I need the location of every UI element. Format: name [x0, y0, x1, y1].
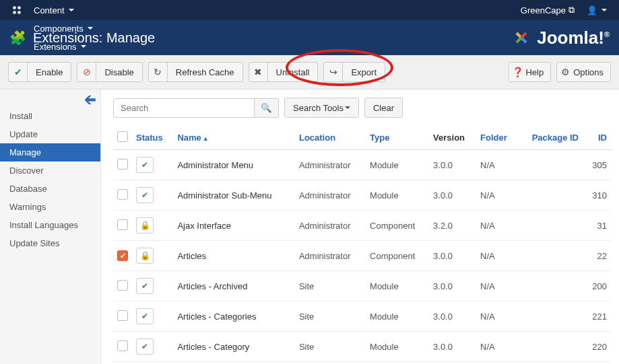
- table-row: ✔Administrator MenuAdministratorModule3.…: [113, 150, 611, 180]
- filter-bar: 🔍 Search Tools Clear: [113, 98, 611, 118]
- col-name[interactable]: Name▲: [173, 126, 295, 150]
- sidebar-item-update-sites[interactable]: Update Sites: [0, 234, 100, 252]
- cell-folder: N/A: [476, 362, 517, 365]
- search-input[interactable]: [113, 98, 255, 118]
- cell-version: 3.0.0: [429, 301, 476, 332]
- cell-id: 221: [583, 301, 611, 332]
- extensions-table: Status Name▲ Location Type Version Folde…: [113, 126, 611, 364]
- toolbar: ✔Enable ⊘Disable ↻Refresh Cache ✖Uninsta…: [0, 55, 619, 89]
- cell-name: Articles - Categories: [173, 301, 295, 332]
- share-icon: ↪: [324, 63, 343, 81]
- search-tools-button[interactable]: Search Tools: [284, 98, 359, 118]
- joomla-icon[interactable]: [7, 1, 27, 19]
- export-button[interactable]: ↪Export: [323, 62, 385, 82]
- cell-version: 3.0.0: [429, 241, 476, 271]
- col-id[interactable]: ID: [583, 126, 611, 150]
- cell-version: 3.0.0: [429, 150, 476, 180]
- col-location[interactable]: Location: [295, 126, 366, 150]
- enable-button[interactable]: ✔Enable: [8, 62, 71, 82]
- svg-point-3: [18, 11, 21, 14]
- cell-pkgid: [517, 301, 583, 332]
- status-toggle[interactable]: ✔: [136, 308, 154, 324]
- clear-button[interactable]: Clear: [364, 98, 403, 118]
- sidebar-item-database[interactable]: Database: [0, 180, 100, 198]
- sidebar-item-discover[interactable]: Discover: [0, 161, 100, 180]
- cancel-icon: ⊘: [77, 63, 96, 81]
- status-toggle[interactable]: ✔: [136, 187, 154, 203]
- col-type[interactable]: Type: [366, 126, 429, 150]
- sidebar-item-install-languages[interactable]: Install Languages: [0, 216, 100, 234]
- cell-type: Module: [366, 180, 429, 211]
- cell-location: Site: [295, 271, 366, 301]
- check-icon: ✔: [9, 63, 28, 81]
- cell-id: 305: [583, 150, 611, 180]
- status-toggle[interactable]: 🔒: [136, 217, 154, 233]
- joomla-logo: Joomla!®: [510, 26, 610, 49]
- cell-id: 200: [583, 271, 611, 301]
- uninstall-button[interactable]: ✖Uninstall: [249, 62, 319, 82]
- site-link[interactable]: GreenCape ⧉: [515, 1, 580, 20]
- cell-id: 220: [583, 332, 611, 362]
- refresh-button[interactable]: ↻Refresh Cache: [148, 62, 243, 82]
- row-checkbox[interactable]: [117, 189, 128, 200]
- cell-location: Administrator: [295, 150, 366, 180]
- table-row: 🔒Ajax InterfaceAdministratorComponent3.2…: [113, 211, 611, 241]
- cell-location: Site: [295, 301, 366, 332]
- cell-pkgid: [517, 332, 583, 362]
- cell-version: 3.0.0: [429, 271, 476, 301]
- cell-name: Articles - Archived: [173, 271, 295, 301]
- select-all-checkbox[interactable]: [117, 131, 128, 142]
- col-status[interactable]: Status: [132, 126, 173, 150]
- cell-name: Articles - Category: [173, 332, 295, 362]
- nav-content[interactable]: Content: [28, 1, 98, 20]
- cell-type: Module: [366, 301, 429, 332]
- col-folder[interactable]: Folder: [476, 126, 517, 150]
- row-checkbox[interactable]: [117, 340, 128, 351]
- row-checkbox[interactable]: [117, 280, 128, 291]
- cell-folder: N/A: [476, 332, 517, 362]
- sidebar-item-update[interactable]: Update: [0, 125, 100, 143]
- help-button[interactable]: ❓Help: [509, 62, 551, 82]
- svg-point-0: [13, 6, 16, 9]
- cell-folder: N/A: [476, 150, 517, 180]
- cell-name: Ajax Interface: [173, 211, 295, 241]
- sidebar-item-manage[interactable]: Manage: [0, 143, 100, 161]
- sidebar-item-install[interactable]: Install: [0, 107, 100, 125]
- disable-button[interactable]: ⊘Disable: [77, 62, 142, 82]
- cell-location: Site: [295, 362, 366, 365]
- search-button[interactable]: 🔍: [255, 98, 279, 118]
- row-checkbox[interactable]: [117, 159, 128, 170]
- status-toggle[interactable]: ✔: [136, 157, 154, 173]
- status-toggle[interactable]: 🔒: [136, 248, 154, 264]
- cell-name: Administrator Sub-Menu: [173, 180, 295, 211]
- status-toggle[interactable]: ✔: [136, 338, 154, 355]
- cell-type: Module: [366, 150, 429, 180]
- cell-folder: N/A: [476, 241, 517, 271]
- external-icon: ⧉: [568, 5, 575, 15]
- status-toggle[interactable]: ✔: [136, 278, 154, 294]
- collapse-sidebar-icon[interactable]: 🡰: [84, 94, 96, 108]
- row-checkbox[interactable]: ✔: [117, 250, 128, 261]
- cell-folder: N/A: [476, 180, 517, 211]
- cell-id: 310: [583, 180, 611, 211]
- col-pkgid[interactable]: Package ID: [517, 126, 583, 150]
- help-icon: ❓: [509, 63, 525, 81]
- cell-type: Component: [366, 211, 429, 241]
- options-button[interactable]: ⚙Options: [556, 62, 611, 82]
- user-menu[interactable]: 👤: [581, 1, 612, 20]
- sidebar: 🡰 InstallUpdateManageDiscoverDatabaseWar…: [0, 89, 101, 364]
- row-checkbox[interactable]: [117, 310, 128, 321]
- cell-type: Module: [366, 332, 429, 362]
- x-icon: ✖: [249, 63, 268, 81]
- cell-name: Articles - Latest: [173, 362, 295, 365]
- row-checkbox[interactable]: [117, 219, 128, 230]
- sidebar-item-warnings[interactable]: Warnings: [0, 198, 100, 216]
- cell-location: Administrator: [295, 211, 366, 241]
- cell-version: 3.2.0: [429, 211, 476, 241]
- cell-location: Site: [295, 332, 366, 362]
- cell-id: 22: [583, 241, 611, 271]
- puzzle-icon: 🧩: [9, 30, 26, 46]
- page-title: 🧩Extensions: Manage: [9, 30, 155, 46]
- cell-type: Component: [366, 241, 429, 271]
- table-row: ✔🔒ArticlesAdministratorComponent3.0.0N/A…: [113, 241, 611, 271]
